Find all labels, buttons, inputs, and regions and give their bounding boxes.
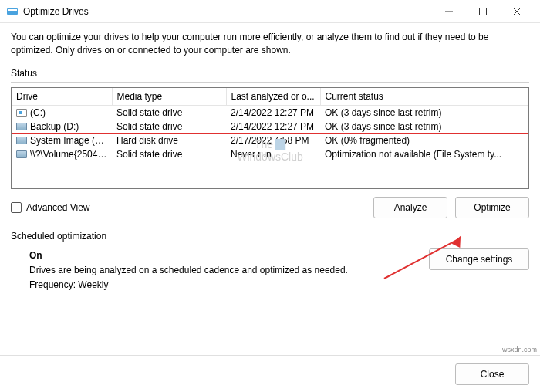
attribution: wsxdn.com bbox=[502, 346, 537, 353]
cell-drive: \\?\Volume{2504f8... bbox=[12, 147, 112, 161]
col-drive[interactable]: Drive bbox=[12, 88, 112, 106]
scheduled-label: Scheduled optimization bbox=[11, 231, 529, 242]
window-controls bbox=[432, 0, 534, 23]
cell-last: 2/17/2022 4:58 PM bbox=[226, 133, 320, 147]
table-row[interactable]: System Image (G:)Hard disk drive2/17/202… bbox=[12, 133, 528, 147]
cell-status: OK (3 days since last retrim) bbox=[320, 105, 528, 120]
footer: Close bbox=[0, 355, 540, 392]
svg-rect-1 bbox=[8, 9, 17, 11]
status-label: Status bbox=[11, 68, 529, 79]
divider bbox=[11, 82, 529, 83]
cell-last: Never run bbox=[226, 147, 320, 161]
minimize-button[interactable] bbox=[432, 0, 466, 23]
window-title: Optimize Drives bbox=[23, 6, 432, 17]
close-footer-button[interactable]: Close bbox=[455, 363, 529, 385]
cell-media: Solid state drive bbox=[112, 105, 226, 120]
description-text: You can optimize your drives to help you… bbox=[11, 31, 529, 57]
drive-icon bbox=[16, 137, 27, 144]
drives-table: Drive Media type Last analyzed or o... C… bbox=[11, 87, 529, 189]
table-row[interactable]: Backup (D:)Solid state drive2/14/2022 12… bbox=[12, 120, 528, 133]
cell-last: 2/14/2022 12:27 PM bbox=[226, 120, 320, 133]
cell-drive: Backup (D:) bbox=[12, 120, 112, 133]
checkbox-icon bbox=[11, 202, 22, 213]
drive-icon bbox=[16, 109, 27, 117]
cell-media: Solid state drive bbox=[112, 120, 226, 133]
scheduled-state: On bbox=[29, 248, 413, 263]
cell-drive: System Image (G:) bbox=[12, 133, 112, 147]
advanced-view-checkbox[interactable]: Advanced View bbox=[11, 202, 373, 213]
col-last[interactable]: Last analyzed or o... bbox=[226, 88, 320, 106]
close-button[interactable] bbox=[500, 0, 534, 23]
cell-status: OK (3 days since last retrim) bbox=[320, 120, 528, 133]
maximize-button[interactable] bbox=[466, 0, 500, 23]
svg-rect-3 bbox=[480, 8, 487, 15]
titlebar: Optimize Drives bbox=[0, 0, 540, 23]
app-icon bbox=[6, 5, 19, 18]
cell-drive: (C:) bbox=[12, 105, 112, 120]
table-row[interactable]: (C:)Solid state drive2/14/2022 12:27 PMO… bbox=[12, 105, 528, 120]
scheduled-desc: Drives are being analyzed on a scheduled… bbox=[29, 263, 413, 278]
scheduled-freq: Frequency: Weekly bbox=[29, 278, 413, 292]
cell-status: OK (0% fragmented) bbox=[320, 133, 528, 147]
table-row[interactable]: \\?\Volume{2504f8...Solid state driveNev… bbox=[12, 147, 528, 161]
drive-icon bbox=[16, 150, 27, 158]
analyze-button[interactable]: Analyze bbox=[373, 197, 447, 218]
col-status[interactable]: Current status bbox=[320, 88, 528, 106]
change-settings-button[interactable]: Change settings bbox=[429, 248, 529, 270]
advanced-view-label: Advanced View bbox=[26, 202, 90, 213]
optimize-button[interactable]: Optimize bbox=[455, 197, 529, 218]
cell-media: Solid state drive bbox=[112, 147, 226, 161]
drive-icon bbox=[16, 123, 27, 130]
cell-status: Optimization not available (File System … bbox=[320, 147, 528, 161]
cell-last: 2/14/2022 12:27 PM bbox=[226, 105, 320, 120]
col-media[interactable]: Media type bbox=[112, 88, 226, 106]
cell-media: Hard disk drive bbox=[112, 133, 226, 147]
scheduled-info: On Drives are being analyzed on a schedu… bbox=[11, 248, 413, 293]
